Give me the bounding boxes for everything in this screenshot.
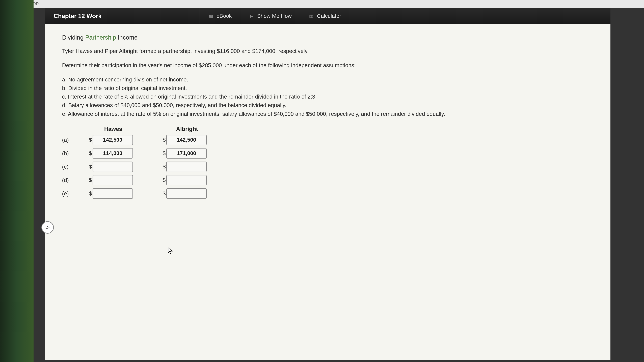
dollar-sign: $ xyxy=(89,137,92,143)
table-header-row: Hawes Albright xyxy=(62,126,211,132)
calculator-icon: ▦ xyxy=(308,13,314,19)
input-d-albright[interactable] xyxy=(166,175,206,185)
answer-table: Hawes Albright (a) $ $ (b) $ xyxy=(62,126,211,202)
tab-calculator[interactable]: ▦ Calculator xyxy=(300,8,350,24)
dollar-sign: $ xyxy=(163,164,166,170)
input-e-albright[interactable] xyxy=(166,188,206,199)
table-row: (c) $ $ xyxy=(62,162,211,172)
book-icon: ▧ xyxy=(208,13,214,19)
input-c-albright[interactable] xyxy=(166,162,206,172)
tab-show-me-how-label: Show Me How xyxy=(257,13,292,19)
page-title: Chapter 12 Work xyxy=(45,12,200,19)
main-container: Chapter 12 Work ▧ eBook ▶ Show Me How ▦ … xyxy=(45,8,610,360)
input-e-hawes[interactable] xyxy=(92,188,133,199)
table-row: (a) $ $ xyxy=(62,135,211,145)
input-a-hawes[interactable] xyxy=(92,135,133,145)
row-label-a: (a) xyxy=(62,137,89,143)
row-label-e: (e) xyxy=(62,190,89,197)
input-d-hawes[interactable] xyxy=(92,175,133,185)
problem-intro: Tyler Hawes and Piper Albright formed a … xyxy=(62,47,594,55)
tab-ebook[interactable]: ▧ eBook xyxy=(200,8,240,24)
table-row: (b) $ $ xyxy=(62,148,211,159)
assumption-b: b. Divided in the ratio of original capi… xyxy=(62,84,594,92)
dollar-sign: $ xyxy=(163,177,166,183)
browser-bookmarks-bar: Apps ADP xyxy=(0,0,644,8)
tab-calculator-label: Calculator xyxy=(317,13,341,19)
row-label-c: (c) xyxy=(62,164,89,170)
video-icon: ▶ xyxy=(249,13,254,19)
left-edge-decoration xyxy=(0,0,34,362)
nav-next-button[interactable]: > xyxy=(42,221,54,234)
problem-title: Dividing Partnership Income xyxy=(62,34,594,41)
input-a-albright[interactable] xyxy=(166,135,206,145)
tab-ebook-label: eBook xyxy=(216,13,232,19)
dollar-sign: $ xyxy=(89,177,92,183)
dollar-sign: $ xyxy=(163,150,166,156)
row-label-d: (d) xyxy=(62,177,89,183)
assumption-c: c. Interest at the rate of 5% allowed on… xyxy=(62,92,594,101)
dollar-sign: $ xyxy=(163,137,166,143)
input-b-albright[interactable] xyxy=(166,148,206,159)
dollar-sign: $ xyxy=(89,150,92,156)
assumption-e: e. Allowance of interest at the rate of … xyxy=(62,110,594,118)
chevron-right-icon: > xyxy=(46,223,50,231)
dollar-sign: $ xyxy=(89,190,92,197)
problem-instruction: Determine their participation in the yea… xyxy=(62,61,594,69)
assumption-a: a. No agreement concerning division of n… xyxy=(62,75,594,84)
input-c-hawes[interactable] xyxy=(92,162,133,172)
table-row: (e) $ $ xyxy=(62,188,211,199)
table-row: (d) $ $ xyxy=(62,175,211,185)
dollar-sign: $ xyxy=(163,190,166,197)
assumptions-list: a. No agreement concerning division of n… xyxy=(62,75,594,118)
col-header-hawes: Hawes xyxy=(89,126,138,132)
assumption-d: d. Salary allowances of $40,000 and $50,… xyxy=(62,101,594,109)
row-label-b: (b) xyxy=(62,150,89,157)
content-area: Dividing Partnership Income Tyler Hawes … xyxy=(45,24,610,212)
col-header-albright: Albright xyxy=(163,126,211,132)
header-bar: Chapter 12 Work ▧ eBook ▶ Show Me How ▦ … xyxy=(45,8,610,24)
input-b-hawes[interactable] xyxy=(92,148,133,159)
tab-show-me-how[interactable]: ▶ Show Me How xyxy=(240,8,300,24)
dollar-sign: $ xyxy=(89,164,92,170)
